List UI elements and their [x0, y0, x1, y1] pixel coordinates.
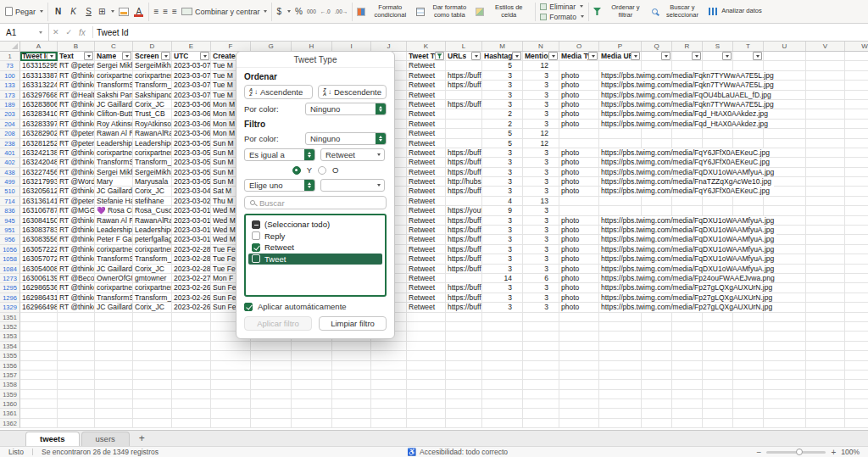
cell-C1273[interactable]: OwnerOfGM: [95, 274, 133, 283]
row-header-1056[interactable]: 1056: [0, 245, 20, 254]
cell-W1355[interactable]: [845, 351, 868, 360]
cell-W714[interactable]: [845, 197, 868, 206]
cell-V1353[interactable]: [806, 332, 845, 341]
cell-K1273[interactable]: Retweet: [407, 274, 446, 283]
cell-M945[interactable]: 3: [482, 216, 523, 226]
cell-H1360[interactable]: [292, 399, 332, 409]
cell-L203[interactable]: [446, 109, 482, 119]
cell-N438[interactable]: 3: [523, 168, 559, 177]
cell-I1357[interactable]: [332, 371, 371, 380]
header-cell-B[interactable]: Text: [58, 52, 95, 61]
cell-F1362[interactable]: [211, 419, 251, 428]
cell-D208[interactable]: RawanAlRas: [133, 129, 172, 138]
cell-A1358[interactable]: [20, 380, 58, 389]
row-header-1[interactable]: 1: [0, 52, 20, 61]
header-cell-R[interactable]: [672, 52, 703, 61]
cell-R1358[interactable]: [672, 380, 703, 389]
conditional-format-button[interactable]: Formato condicional: [357, 4, 412, 19]
cell-V1058[interactable]: [806, 254, 845, 264]
cell-C1295[interactable]: corixpartner: [95, 283, 133, 293]
cell-D510[interactable]: Corix_JC: [133, 187, 172, 196]
cell-O1084[interactable]: photo: [559, 265, 599, 274]
cell-H1355[interactable]: [292, 351, 332, 360]
cell-S238[interactable]: [703, 139, 733, 148]
cell-K133[interactable]: Retweet: [407, 81, 446, 90]
cell-D1296[interactable]: Transform_S: [133, 293, 172, 303]
cell-A133[interactable]: 1633132249: [20, 81, 58, 90]
cell-A208[interactable]: 1632829028: [20, 129, 58, 138]
cell-P173[interactable]: https://pbs.twimg.com/media/FqOU4bLaUAEL…: [599, 91, 642, 100]
cell-D1360[interactable]: [133, 399, 172, 409]
cell-A204[interactable]: 1632833974: [20, 120, 58, 129]
row-header-1358[interactable]: 1358: [0, 380, 20, 389]
header-cell-K[interactable]: Tweet Ty: [407, 52, 446, 61]
cell-V836[interactable]: [806, 206, 845, 215]
cell-M100[interactable]: 3: [482, 71, 523, 81]
cell-M173[interactable]: 3: [482, 91, 523, 100]
cell-P189[interactable]: https://pbs.twimg.com/media/Fqkn7TYWwAA7…: [599, 100, 642, 109]
cell-Q1357[interactable]: [642, 371, 672, 380]
cell-K1356[interactable]: [407, 361, 446, 371]
cell-M1351[interactable]: [482, 313, 523, 322]
row-header-956[interactable]: 956: [0, 235, 20, 244]
cell-N1361[interactable]: [523, 409, 559, 418]
filter-item-retweet[interactable]: Retweet: [248, 242, 382, 254]
cell-W1273[interactable]: [845, 274, 868, 283]
cell-C836[interactable]: 💜 Rosa Cus: [95, 206, 133, 215]
cell-L1354[interactable]: [446, 342, 482, 351]
cell-R1353[interactable]: [672, 332, 703, 341]
filter-dropdown-R[interactable]: [692, 52, 701, 60]
cell-N208[interactable]: 12: [523, 129, 559, 138]
cell-B1295[interactable]: RT @thinker: [58, 283, 95, 293]
cell-E402[interactable]: 2023-03-05T: [172, 158, 211, 167]
cell-U1362[interactable]: [764, 419, 806, 428]
cell-L1356[interactable]: [446, 361, 482, 371]
cell-E208[interactable]: 2023-03-06T: [172, 129, 211, 138]
cell-C714[interactable]: Stefanie Han: [95, 197, 133, 206]
cell-E1295[interactable]: 2023-02-26T: [172, 283, 211, 293]
cell-styles-button[interactable]: Estilos de celda: [476, 4, 531, 19]
cell-E1352[interactable]: [172, 322, 211, 332]
cell-W100[interactable]: [845, 71, 868, 81]
cell-O1355[interactable]: [559, 351, 599, 360]
cell-K173[interactable]: Retweet: [407, 91, 446, 100]
cell-T1355[interactable]: [733, 351, 764, 360]
cell-E203[interactable]: 2023-03-06T: [172, 109, 211, 119]
cell-O1273[interactable]: photo: [559, 274, 599, 283]
cell-K945[interactable]: Retweet: [407, 216, 446, 226]
cell-A1273[interactable]: 1630061390: [20, 274, 58, 283]
cell-V1351[interactable]: [806, 313, 845, 322]
cell-H1356[interactable]: [292, 361, 332, 371]
cell-P1359[interactable]: [599, 390, 642, 399]
cell-A1329[interactable]: 1629664988: [20, 303, 58, 312]
cell-L1357[interactable]: [446, 371, 482, 380]
row-header-203[interactable]: 203: [0, 109, 20, 119]
cell-B401[interactable]: RT @thinker: [58, 148, 95, 158]
cell-S1357[interactable]: [703, 371, 733, 380]
row-header-1058[interactable]: 1058: [0, 254, 20, 264]
header-cell-S[interactable]: [703, 52, 733, 61]
cell-P1355[interactable]: [599, 351, 642, 360]
cell-D714[interactable]: stefihane: [133, 197, 172, 206]
cell-Q73[interactable]: [642, 61, 672, 70]
cell-Q714[interactable]: [642, 197, 672, 206]
cell-B438[interactable]: RT @thinker: [58, 168, 95, 177]
cell-V1056[interactable]: [806, 245, 845, 254]
cell-N1354[interactable]: [523, 342, 559, 351]
cell-O1353[interactable]: [559, 332, 599, 341]
cell-O945[interactable]: photo: [559, 216, 599, 226]
cell-D438[interactable]: SergeiMikha: [133, 168, 172, 177]
column-header-D[interactable]: D: [133, 42, 172, 51]
cell-U1356[interactable]: [764, 361, 806, 371]
cell-O1358[interactable]: [559, 380, 599, 389]
cell-C956[interactable]: Peter F Galla: [95, 235, 133, 244]
cell-G1354[interactable]: [251, 342, 292, 351]
add-sheet-button[interactable]: +: [131, 432, 153, 446]
row-header-714[interactable]: 714: [0, 197, 20, 206]
cell-R836[interactable]: [672, 206, 703, 215]
cell-O1354[interactable]: [559, 342, 599, 351]
cell-M1357[interactable]: [482, 371, 523, 380]
cell-E510[interactable]: 2023-03-04T: [172, 187, 211, 196]
row-header-208[interactable]: 208: [0, 129, 20, 138]
sheet-tab-users[interactable]: users: [81, 432, 130, 446]
